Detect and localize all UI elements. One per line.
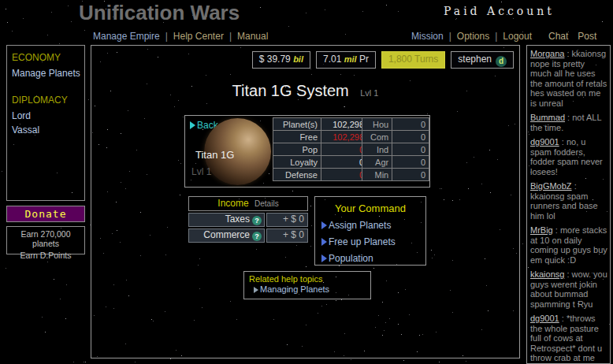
sidebar-section-economy: ECONOMY: [12, 52, 84, 63]
income-header: Income Details: [188, 196, 308, 211]
planet-resources-table: Hou 0 Com 0 Ind 0 Agr 0 Min 0: [362, 117, 429, 181]
nav-manage-empire[interactable]: Manage Empire: [93, 31, 160, 42]
stat-value: 0: [321, 156, 368, 169]
money-unit: bil: [293, 54, 303, 64]
bullet-arrow-icon: [321, 238, 327, 246]
stat-label: Planet(s): [273, 118, 321, 131]
chat-username[interactable]: BigGMobZ: [530, 181, 572, 191]
chat-username[interactable]: Morgana: [530, 49, 564, 58]
sidebar-item-vassal[interactable]: Vassal: [12, 124, 84, 136]
chat-separator: :: [564, 269, 571, 279]
resource-value: 0: [392, 156, 429, 169]
money-value: $ 39.79: [259, 54, 291, 65]
chat-message: BigGMobZ : kkaionsg spam runners and bas…: [530, 181, 607, 221]
command-panel: Your Command Assign Planets Free up Plan…: [314, 196, 426, 266]
money-indicator: $ 39.79 bil: [252, 51, 310, 69]
spacer: [12, 82, 84, 93]
income-row-commerce: Commerce? + $ 0: [188, 228, 308, 243]
sidebar-item-lord[interactable]: Lord: [12, 110, 84, 121]
nav-help-center[interactable]: Help Center: [173, 31, 224, 42]
chat-separator: :: [553, 225, 560, 235]
production-indicator: 7.01 mil Pr: [316, 51, 376, 69]
chat-separator: :: [572, 181, 577, 191]
income-details-link[interactable]: Details: [254, 199, 279, 208]
planet-name: Titan 1G: [195, 149, 234, 161]
sidebar-section-diplomacy: DIPLOMACY: [12, 95, 84, 106]
help-icon[interactable]: ?: [252, 216, 262, 225]
assign-planets-link[interactable]: Assign Planets: [329, 220, 391, 231]
free-up-planets-link[interactable]: Free up Planets: [329, 236, 396, 247]
player-badge-icon[interactable]: d: [496, 56, 507, 67]
chat-panel[interactable]: Morgana : kkaionsg nope its pretty much …: [526, 45, 611, 364]
help-item-managing-planets[interactable]: Managing Planets: [254, 284, 370, 294]
table-row: Ind 0: [362, 143, 429, 156]
bullet-arrow-icon: [321, 221, 327, 229]
system-level: Lvl 1: [360, 88, 378, 98]
account-nav: Mission|Options|Logout: [411, 31, 532, 42]
earn-box: Earn 270,000 planets Earn D.Points: [6, 226, 85, 254]
chat-text: kkaionsg spam runners and base him lol: [530, 191, 598, 221]
nav-separator: |: [449, 31, 451, 42]
nav-post[interactable]: Post: [578, 31, 596, 42]
nav-options[interactable]: Options: [457, 31, 489, 42]
turns-indicator[interactable]: 1,800 Turns: [381, 51, 445, 69]
income-title: Income: [217, 198, 248, 209]
stat-value: 0: [321, 169, 368, 181]
chat-message: MrBig : more stacks at 10 on daily comin…: [530, 225, 607, 265]
bullet-arrow-icon: [321, 254, 327, 262]
resource-label: Ind: [362, 143, 392, 156]
nav-logout[interactable]: Logout: [503, 31, 532, 42]
income-label: Commerce?: [188, 228, 265, 243]
income-row-taxes: Taxes? + $ 0: [188, 213, 308, 227]
chat-message: kkaionsg : wow. you guys werent jokin ab…: [530, 269, 607, 309]
page-title: Titan 1G System Lvl 1: [91, 82, 519, 100]
system-title: Titan 1G System: [232, 82, 349, 99]
chat-username[interactable]: dg9001: [530, 314, 559, 323]
table-row: Pop 0: [273, 143, 368, 156]
planet-stats-table: Planet(s) 102,298 Free 102,298 Pop 0 Loy…: [273, 117, 368, 181]
nav-mission[interactable]: Mission: [411, 31, 444, 42]
chat-username[interactable]: dg9001: [530, 137, 559, 147]
table-row: Min 0: [362, 169, 429, 181]
earn-planets-link[interactable]: Earn 270,000 planets: [7, 229, 84, 248]
nav-manual[interactable]: Manual: [237, 31, 268, 42]
nav-chat[interactable]: Chat: [548, 31, 568, 42]
chat-separator: :: [565, 113, 572, 122]
player-name: stephen: [458, 54, 492, 65]
chat-username[interactable]: MrBig: [530, 225, 553, 235]
table-row: Defense 0: [273, 169, 368, 181]
player-indicator: stephend: [451, 51, 514, 69]
resource-label: Min: [362, 169, 392, 181]
stat-value: 0: [321, 143, 368, 156]
help-panel: Related help topics Managing Planets: [243, 271, 371, 299]
stat-label: Loyalty: [273, 156, 321, 169]
chat-username[interactable]: Bummad: [530, 113, 565, 122]
chat-message: Bummad : not ALL the time.: [530, 113, 607, 132]
production-suffix: Pr: [359, 54, 369, 65]
help-icon[interactable]: ?: [252, 232, 262, 241]
resource-value: 0: [392, 118, 429, 131]
population-link[interactable]: Population: [329, 253, 373, 264]
command-title: Your Command: [315, 202, 425, 214]
planet-level: Lvl 1: [191, 166, 211, 177]
chat-username[interactable]: kkaionsg: [530, 269, 564, 279]
managing-planets-link[interactable]: Managing Planets: [260, 284, 329, 294]
chat-separator: :: [559, 314, 567, 323]
earn-dpoints-link[interactable]: Earn D.Points: [7, 251, 84, 260]
command-item-free-up-planets[interactable]: Free up Planets: [321, 236, 425, 247]
nav-separator: |: [229, 31, 232, 42]
resource-value: 0: [392, 131, 429, 143]
resource-label: Agr: [362, 156, 392, 169]
taxes-label: Taxes: [225, 214, 250, 225]
sidebar-item-manage-planets[interactable]: Manage Planets: [12, 68, 84, 79]
command-item-population[interactable]: Population: [321, 253, 425, 264]
table-row: Com 0: [362, 131, 429, 143]
stat-value: 102,298: [321, 118, 368, 131]
chat-message: dg9001 : no, u spam fodders, fodder spam…: [530, 137, 607, 176]
donate-button[interactable]: Donate: [6, 206, 85, 222]
command-item-assign-planets[interactable]: Assign Planets: [321, 220, 425, 231]
chat-separator: :: [559, 137, 567, 147]
resource-value: 0: [392, 143, 429, 156]
table-row: Agr 0: [362, 156, 429, 169]
app-logo: Unification Wars: [79, 1, 240, 25]
